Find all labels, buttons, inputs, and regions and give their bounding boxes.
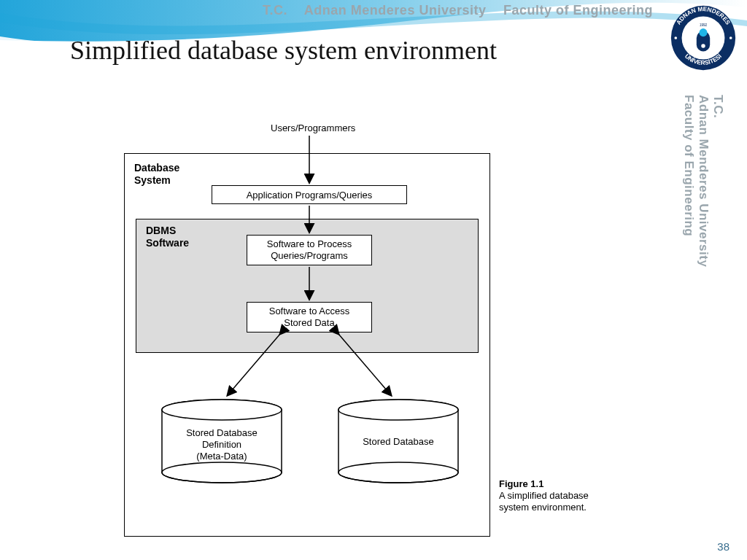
side-university: Adnan Menderes University — [696, 95, 711, 267]
side-faculty: Faculty of Engineering — [681, 95, 696, 267]
slide-title: Simplified database system environment — [70, 35, 497, 66]
figure-caption: Figure 1.1 A simplified database system … — [499, 478, 630, 513]
svg-line-20 — [338, 334, 391, 395]
arrows — [124, 118, 620, 541]
svg-line-19 — [228, 334, 280, 395]
header-branding: T.C. Adnan Menderes University Faculty o… — [263, 3, 653, 18]
svg-text:1992: 1992 — [700, 23, 708, 27]
side-branding: T.C. Adnan Menderes University Faculty o… — [709, 95, 725, 281]
side-tc: T.C. — [711, 95, 725, 267]
header-faculty: Faculty of Engineering — [503, 3, 653, 18]
diagram: Users/Programmers Database System DBMS S… — [124, 118, 620, 556]
header-university: Adnan Menderes University — [304, 3, 487, 18]
university-seal: ADNAN MENDERES ÜNİVERSİTESİ 1992 — [670, 4, 737, 71]
svg-rect-5 — [699, 28, 707, 36]
svg-point-6 — [701, 44, 705, 48]
svg-point-8 — [674, 36, 677, 39]
figure-number: Figure 1.1 — [499, 478, 543, 489]
header-tc: T.C. — [263, 3, 287, 18]
page-number: 38 — [717, 540, 729, 553]
svg-point-9 — [729, 36, 732, 39]
